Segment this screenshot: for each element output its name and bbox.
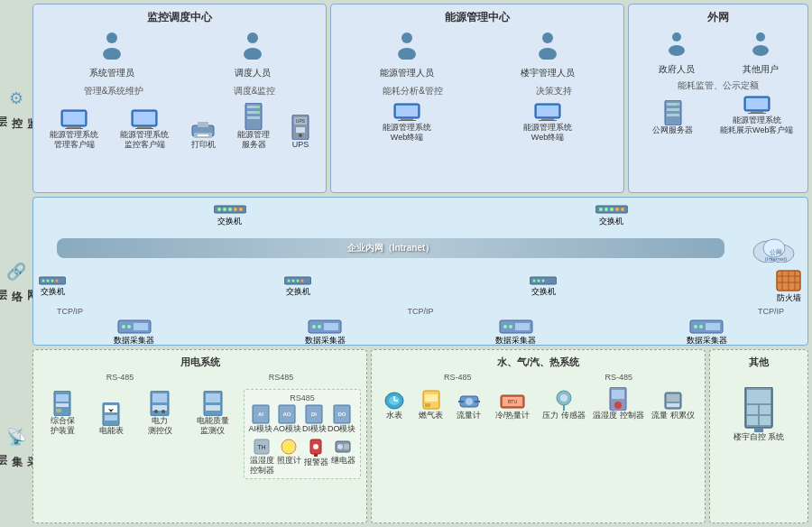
water-gas-zone: 水、气/汽、热系统 RS-485 RS-485 水表 燃气表 流量计	[371, 349, 706, 523]
switch-top-1: 交换机	[214, 203, 246, 227]
svg-rect-160	[667, 403, 679, 407]
device-energy-web1: 能源管理系统Web终端	[383, 103, 431, 143]
conn-external: 能耗监管、公示定额	[634, 79, 802, 92]
svg-rect-19	[247, 116, 260, 119]
svg-point-146	[466, 398, 473, 405]
device-flow-accumulator: 流量 积累仪	[652, 391, 693, 421]
flow-accumulator-label: 流量 积累仪	[651, 411, 695, 421]
svg-point-157	[614, 402, 622, 409]
conn-admin: 管理&系统维护	[84, 85, 144, 97]
monitoring-center-title: 监控调度中心	[39, 10, 320, 25]
sub-group-title: RS485	[248, 393, 356, 402]
others-devices: 楼宇自控 系统	[715, 387, 802, 442]
external-devices-row: 公网服务器 能源管理系统能耗展示Web客户端	[634, 96, 802, 135]
switch-mid-1-label: 交换机	[41, 286, 65, 298]
relay-label: 继电器	[331, 456, 355, 466]
switch-top-2: 交换机	[595, 203, 628, 227]
device-server: 能源管理服务器	[237, 103, 270, 150]
power-monitor-label: 电力测控仪	[148, 416, 172, 436]
svg-text:BTU: BTU	[508, 399, 517, 404]
firewall-label: 防火墙	[777, 292, 801, 304]
svg-rect-33	[401, 118, 413, 120]
switch-mid-3: 交换机	[530, 275, 557, 298]
energy-web1-label: 能源管理系统Web终端	[383, 123, 431, 143]
svg-point-134	[313, 444, 318, 449]
svg-rect-11	[134, 112, 155, 125]
collector-1-label: 数据采集器	[114, 335, 154, 347]
person-icon-gov	[666, 31, 687, 61]
conn-energy-analysis: 能耗分析&管控	[383, 85, 443, 97]
others-zone: 其他 楼宇自控 系统	[709, 349, 808, 523]
collector-1: 数据采集器	[114, 319, 154, 347]
svg-point-90	[122, 325, 125, 328]
other-label: 其他用户	[743, 63, 779, 76]
collector-3-label: 数据采集器	[495, 335, 536, 347]
mgmt-client-label: 能源管理系统管理客户端	[50, 130, 98, 150]
device-alarm: 报警器	[304, 438, 328, 476]
device-mgmt-client: 能源管理系统管理客户端	[50, 108, 98, 150]
gov-label: 政府人员	[659, 63, 695, 76]
svg-point-27	[401, 32, 412, 43]
svg-point-70	[42, 280, 45, 282]
protocol-3: TCP/IP	[758, 307, 784, 316]
protocol-1: TCP/IP	[57, 307, 83, 316]
svg-rect-49	[746, 98, 768, 109]
monitoring-persons-row: 系统管理员 调度人员	[39, 31, 320, 79]
person-other: 其他用户	[743, 31, 779, 76]
device-ups: UPS UPS	[291, 115, 309, 150]
svg-point-98	[503, 325, 507, 328]
collector-4: 数据采集器	[687, 319, 727, 347]
elec-sub-group: RS485 AI AI模块 AO AO模块 DI DI模块	[244, 389, 361, 479]
external-persons-row: 政府人员 其他用户	[634, 31, 802, 76]
svg-text:公网: 公网	[770, 249, 782, 255]
elec-main-devices: 综合保护装置 电能表 电力测控仪 电能质量监测仪	[39, 385, 240, 479]
temp-humidity-ctrl2-label: 温湿度 控制器	[593, 411, 644, 421]
svg-rect-50	[751, 111, 763, 113]
svg-rect-36	[537, 106, 558, 116]
svg-rect-25	[296, 127, 305, 133]
device-energy-web2: 能源管理系统Web终端	[523, 103, 572, 143]
svg-rect-34	[398, 120, 416, 121]
svg-point-103	[699, 325, 703, 328]
energy-persons-row: 能源管理人员 楼宇管理人员	[337, 31, 618, 79]
monitor-client-label: 能源管理系统监控客户端	[120, 130, 169, 150]
svg-point-26	[299, 134, 302, 137]
svg-point-62	[615, 208, 619, 211]
bottom-section: 📡 采集层 用电系统 RS-485 RS485 综合保护装置	[4, 349, 808, 523]
device-gas-meter: 燃气表	[419, 389, 443, 421]
collector-4-label: 数据采集器	[687, 335, 727, 347]
device-pressure-sensor: 压力 传感器	[544, 389, 585, 421]
svg-point-71	[47, 280, 50, 282]
admin-label: 系统管理员	[89, 67, 134, 79]
printer-label: 打印机	[191, 140, 216, 150]
svg-rect-166	[760, 416, 770, 425]
svg-rect-7	[63, 112, 85, 125]
energy-devices-row: 能源管理系统Web终端 能源管理系统Web终端	[337, 103, 618, 143]
svg-rect-111	[105, 415, 117, 421]
ao-label: AO模块	[273, 424, 301, 434]
flow-meter-label: 流量计	[457, 411, 481, 421]
zone-label-monitoring: ⚙ 监控层	[4, 4, 29, 193]
display-web-label: 能源管理系统能耗展示Web客户端	[720, 116, 793, 135]
firewall: 防火墙	[775, 269, 802, 304]
backbone-row: 企业内网（Intranet） 公网 (Internet)	[39, 231, 802, 265]
collector-2-label: 数据采集器	[305, 335, 346, 347]
cloud-firewall-group: 公网 (Internet)	[750, 234, 802, 263]
device-temp-humidity-ctrl2: 温湿度 控制器	[598, 387, 639, 421]
electricity-rs485-row: RS-485 RS485	[39, 373, 361, 382]
svg-rect-9	[137, 126, 152, 128]
svg-rect-106	[56, 394, 69, 402]
switch-mid-3-label: 交换机	[531, 286, 556, 298]
svg-rect-51	[748, 113, 766, 114]
module-ai: AI AI模块	[248, 404, 272, 434]
svg-point-78	[301, 280, 304, 282]
svg-rect-32	[396, 106, 418, 116]
svg-point-2	[247, 32, 258, 43]
svg-rect-143	[425, 394, 438, 402]
svg-rect-10	[135, 128, 153, 129]
collector-2: 数据采集器	[305, 319, 346, 347]
svg-point-30	[539, 48, 557, 60]
svg-point-40	[669, 45, 685, 56]
svg-rect-100	[515, 323, 530, 330]
conn-dispatcher: 调度&监控	[234, 85, 276, 97]
